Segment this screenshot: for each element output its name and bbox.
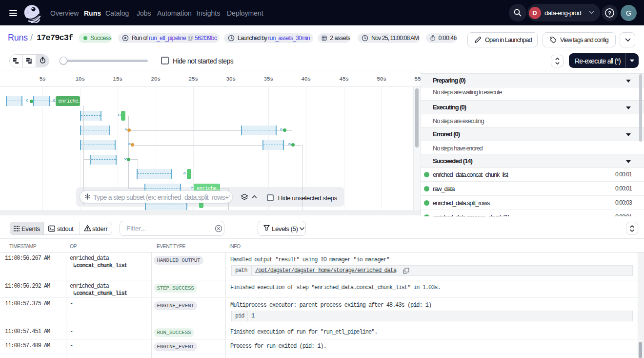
svg-text:?: ?: [608, 10, 611, 16]
